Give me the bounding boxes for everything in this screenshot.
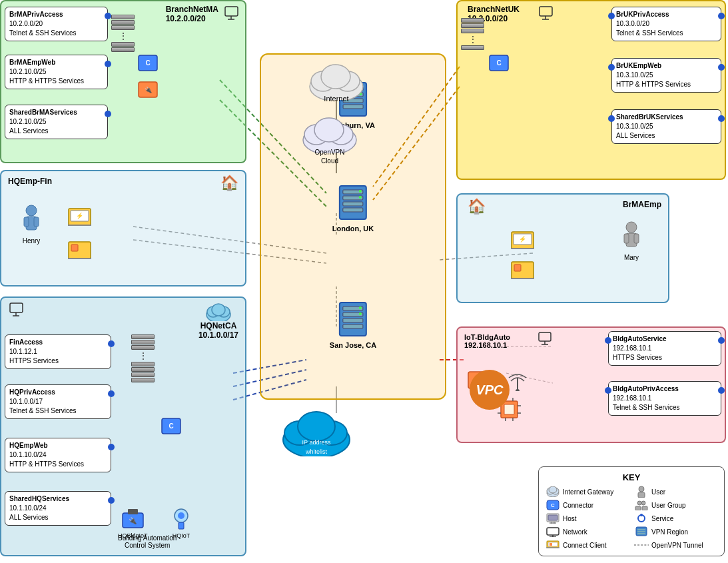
svg-text:⚡: ⚡ xyxy=(76,212,84,220)
key-icon-user xyxy=(634,486,649,497)
key-icon-connector: C xyxy=(546,500,560,510)
key-title: KEY xyxy=(546,472,717,482)
key-label-user-group: User Group xyxy=(651,502,686,509)
region-uk: BranchNetUK 10.3.0.0/20 ⋮ xyxy=(456,0,726,180)
svg-rect-136 xyxy=(547,528,559,535)
key-grid: Internet Gateway User C xyxy=(546,486,717,550)
region-vpn: Ashburn, VA London, UK xyxy=(260,53,446,400)
service-hq-emp: HQEmpWeb 10.1.10.0/24 HTTP & HTTPS Servi… xyxy=(5,438,111,472)
region-iot-label: IoT-BldgAuto 192.168.10.1 xyxy=(464,333,510,349)
svg-point-126 xyxy=(641,501,645,505)
salesforce-cloud: IP address whitelist salesforce xyxy=(280,406,353,468)
key-label-user: User xyxy=(651,488,665,496)
svg-text:🔌: 🔌 xyxy=(145,86,153,94)
svg-rect-39 xyxy=(71,245,78,251)
svg-rect-63 xyxy=(128,509,138,514)
svg-point-120 xyxy=(549,486,557,493)
dot-shared-bruk-right xyxy=(718,115,725,122)
server-stack-ma: ⋮ xyxy=(111,15,135,52)
network-icon-hq xyxy=(8,301,25,319)
vpn-sanjose: San Jose, CA xyxy=(330,301,376,349)
mary-label: Mary xyxy=(621,254,641,261)
service-bruk-priv: BrUKPrivAccess 10.3.0.0/20 Telnet & SSH … xyxy=(611,7,721,41)
region-brma-emp: BrMAEmp 🏠 Mary ⚡ xyxy=(456,193,669,303)
svg-rect-95 xyxy=(343,208,363,212)
svg-rect-122 xyxy=(638,492,645,498)
key-item-user: User xyxy=(634,486,717,497)
service-bruk-emp: BrUKEmpWeb 10.3.10.0/25 HTTP & HTTPS Ser… xyxy=(611,58,721,93)
dot-hq-priv xyxy=(108,390,115,397)
dot-bruk-emp-right xyxy=(718,64,725,71)
service-shared-bruk: SharedBrUKServices 10.3.10.0/25 ALL Serv… xyxy=(611,109,721,144)
building-auto-label: Building AutomationControl System xyxy=(118,534,177,549)
connector-device-uk: C xyxy=(489,55,509,73)
key-label-network: Network xyxy=(563,528,587,536)
svg-point-104 xyxy=(359,312,362,315)
network-icon-iot xyxy=(538,331,552,347)
key-label-connector: Connector xyxy=(563,502,593,509)
key-label-internet-gw: Internet Gateway xyxy=(563,488,613,496)
server-stack-hq: ⋮ xyxy=(131,334,155,382)
diagram-container: BranchNetMA 10.2.0.0/20 ⋮ xyxy=(0,0,728,563)
openvpn-cloud: OpenVPNCloud xyxy=(300,113,360,165)
network-icon-uk xyxy=(538,5,554,23)
home-icon-brma-emp: 🏠 xyxy=(468,198,486,215)
service-hq-priv: HQPrivAccess 10.1.0.0/17 Telnet & SSH Se… xyxy=(5,384,111,419)
svg-point-97 xyxy=(359,196,362,199)
key-item-connector: C Connector xyxy=(546,500,629,510)
key-item-network: Network xyxy=(546,526,629,537)
svg-point-121 xyxy=(639,486,644,492)
region-hq-label: HQNetCA 10.1.0.0/17 xyxy=(198,301,238,340)
key-icon-user-group xyxy=(634,500,649,510)
svg-rect-127 xyxy=(635,506,641,510)
svg-rect-50 xyxy=(514,265,521,271)
svg-rect-18 xyxy=(225,7,238,16)
sanjose-label: San Jose, CA xyxy=(330,341,376,349)
svg-rect-44 xyxy=(634,234,639,243)
antenna-iot xyxy=(508,368,528,392)
svg-rect-145 xyxy=(549,543,552,546)
dot-hq-emp xyxy=(108,444,115,450)
region-ma: BranchNetMA 10.2.0.0/20 ⋮ xyxy=(0,0,246,163)
svg-text:🔌: 🔌 xyxy=(129,516,137,525)
home-icon-hqemp: 🏠 xyxy=(220,175,238,192)
svg-rect-67 xyxy=(539,332,551,341)
svg-rect-43 xyxy=(624,234,629,243)
svg-rect-88 xyxy=(343,105,363,109)
key-icon-connect-client xyxy=(546,540,560,550)
client-henry2 xyxy=(68,241,91,263)
svg-point-96 xyxy=(359,190,362,193)
london-label: London, UK xyxy=(332,225,374,233)
key-label-vpn-region: VPN Region xyxy=(651,528,688,536)
svg-rect-130 xyxy=(548,515,557,520)
dot-fin-access xyxy=(108,340,115,347)
dot-bldg-auto-left xyxy=(605,337,611,344)
svg-rect-102 xyxy=(343,324,363,328)
svg-text:C: C xyxy=(145,59,150,67)
key-box: KEY Internet Gateway xyxy=(538,466,725,556)
svg-rect-56 xyxy=(10,303,23,312)
key-icon-service xyxy=(634,513,649,524)
svg-rect-101 xyxy=(343,318,363,322)
key-icon-vpn-region xyxy=(634,526,649,537)
dot-bruk-priv-right xyxy=(718,13,725,19)
client-henry: ⚡ xyxy=(68,208,91,229)
svg-rect-141 xyxy=(637,531,645,532)
dot-brma-emp xyxy=(105,61,111,67)
connector-hq: C xyxy=(161,418,181,436)
service-bldg-priv: BldgAutoPrivAccess 192.168.10.1 Telnet &… xyxy=(608,381,721,416)
svg-point-103 xyxy=(359,306,362,309)
region-hqemp-label: HQEmp-Fin xyxy=(8,177,52,186)
svg-text:C: C xyxy=(496,59,501,67)
dot-bldg-auto-right xyxy=(718,337,725,344)
key-item-internet-gw: Internet Gateway xyxy=(546,486,629,497)
svg-point-125 xyxy=(637,501,641,505)
key-item-service: Service xyxy=(634,513,717,524)
svg-point-135 xyxy=(640,514,643,516)
dot-bruk-priv xyxy=(608,13,615,19)
key-label-service: Service xyxy=(651,515,673,522)
svg-rect-33 xyxy=(34,217,39,227)
key-item-vpn-region: VPN Region xyxy=(634,526,717,537)
key-item-host: Host xyxy=(546,513,629,524)
region-hqemp: HQEmp-Fin 🏠 Henry ⚡ xyxy=(0,170,246,286)
